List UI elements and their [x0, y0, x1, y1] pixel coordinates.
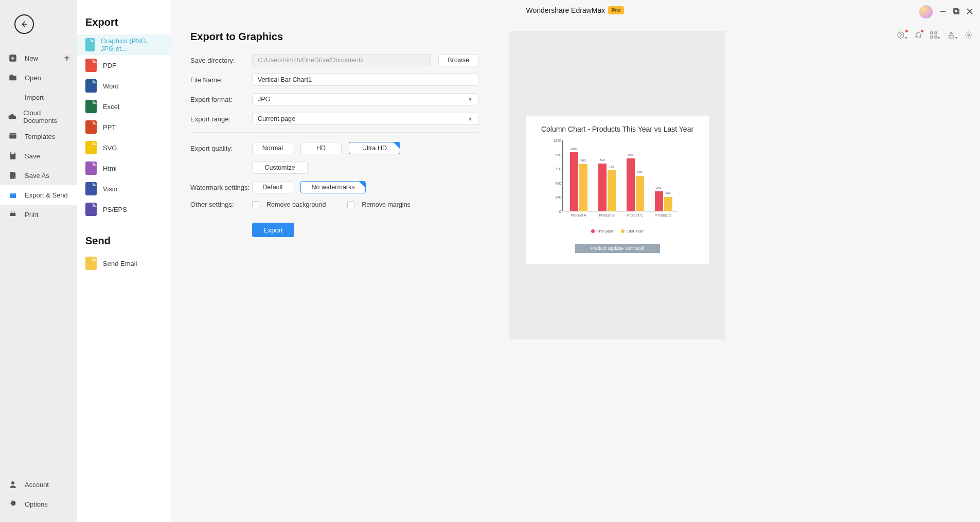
type-pdf-label: PDF	[103, 62, 116, 69]
range-select[interactable]: Current page ▼	[252, 113, 478, 125]
quality-hd-button[interactable]: HD	[300, 142, 342, 154]
maximize-button[interactable]	[953, 7, 959, 16]
nav-open[interactable]: Open	[0, 68, 77, 87]
file-name-input[interactable]	[252, 74, 478, 86]
type-email-label: Send Email	[103, 260, 137, 267]
nav-export-send[interactable]: Export & Send	[0, 185, 77, 205]
export-form: Export to Graphics Save directory: Brows…	[190, 31, 478, 339]
nav-templates-label: Templates	[25, 133, 55, 140]
ppt-file-icon	[85, 120, 97, 134]
send-heading: Send	[77, 229, 170, 253]
quality-label: Export quality:	[190, 145, 252, 152]
type-visio-label: Visio	[103, 185, 117, 193]
export-button[interactable]: Export	[252, 223, 294, 237]
nav-import-label: Import	[25, 94, 44, 101]
type-pseps[interactable]: PS/EPS	[77, 199, 170, 220]
nav-cloud-documents[interactable]: Cloud Documents	[0, 107, 77, 127]
type-send-email[interactable]: Send Email	[77, 253, 170, 274]
type-graphics-label: Graphics (PNG, JPG et...	[101, 37, 162, 52]
gear-icon	[7, 498, 19, 510]
avatar[interactable]	[919, 5, 933, 19]
minimize-button[interactable]	[940, 7, 946, 16]
quality-normal-button[interactable]: Normal	[252, 142, 293, 154]
chart-footer: Product Update- Unit Sold	[575, 244, 660, 253]
pdf-file-icon	[85, 59, 97, 72]
svg-rect-8	[954, 9, 958, 13]
app-title: Wondershare EdrawMax	[526, 6, 605, 14]
type-excel-label: Excel	[103, 103, 119, 111]
window-controls	[919, 5, 973, 19]
graphics-file-icon	[85, 38, 95, 51]
nav-account[interactable]: Account	[0, 475, 77, 494]
other-label: Other settings:	[190, 201, 252, 208]
nav-options[interactable]: Options	[0, 494, 77, 514]
cloud-icon	[7, 111, 17, 122]
nav-saveas-label: Save As	[25, 172, 49, 179]
export-types-panel: Export Graphics (PNG, JPG et... PDF Word…	[77, 0, 170, 522]
save-dir-label: Save directory:	[190, 57, 252, 64]
svg-rect-12	[935, 32, 937, 34]
nav-cloud-label: Cloud Documents	[23, 109, 70, 124]
plus-square-icon	[7, 52, 19, 64]
type-graphics[interactable]: Graphics (PNG, JPG et...	[77, 34, 170, 55]
main-area: Wondershare EdrawMax Pro ▾ ▾ ▾ Export to…	[170, 0, 980, 522]
type-excel[interactable]: Excel	[77, 96, 170, 117]
settings-button[interactable]	[965, 31, 973, 41]
range-value: Current page	[258, 115, 295, 122]
type-html[interactable]: Html	[77, 158, 170, 178]
word-file-icon	[85, 79, 97, 93]
quality-customize-button[interactable]: Customize	[252, 161, 308, 174]
help-button[interactable]: ▾	[897, 31, 907, 41]
visio-file-icon	[85, 182, 97, 195]
type-ppt[interactable]: PPT	[77, 117, 170, 137]
type-pdf[interactable]: PDF	[77, 55, 170, 76]
preview-document: Column Chart - Products This Year vs Las…	[526, 116, 709, 264]
remove-bg-label: Remove background	[266, 201, 326, 208]
format-label: Export format:	[190, 96, 252, 103]
bell-button[interactable]	[914, 31, 922, 41]
type-word[interactable]: Word	[77, 76, 170, 96]
nav-import[interactable]: Import	[0, 87, 77, 107]
type-visio[interactable]: Visio	[77, 178, 170, 199]
nav-save[interactable]: Save	[0, 146, 77, 166]
email-icon	[85, 257, 97, 270]
templates-icon	[7, 131, 19, 142]
svg-point-6	[11, 481, 14, 484]
nav-print-label: Print	[25, 211, 39, 219]
svg-rect-5	[11, 211, 14, 213]
remove-bg-checkbox[interactable]	[252, 201, 259, 208]
type-svg-label: SVG	[103, 144, 117, 152]
remove-margins-checkbox[interactable]	[347, 201, 354, 208]
nav-exportsend-label: Export & Send	[25, 191, 68, 199]
range-label: Export range:	[190, 115, 252, 123]
watermark-default-button[interactable]: Default	[252, 181, 293, 193]
nav-options-label: Options	[25, 500, 48, 508]
remove-margins-label: Remove margins	[362, 201, 410, 208]
nav-print[interactable]: Print	[0, 205, 77, 224]
quality-ultrahd-button[interactable]: Ultra HD	[349, 142, 400, 154]
folder-icon	[7, 72, 19, 83]
close-button[interactable]	[967, 7, 973, 16]
type-svg[interactable]: SVG	[77, 137, 170, 158]
arrow-left-icon	[20, 20, 29, 29]
format-select[interactable]: JPG ▼	[252, 93, 478, 105]
browse-button[interactable]: Browse	[438, 54, 478, 66]
svg-rect-9	[955, 10, 959, 14]
appearance-button[interactable]: ▾	[947, 31, 957, 41]
nav-save-as[interactable]: Save As	[0, 166, 77, 185]
chevron-down-icon: ▼	[468, 97, 473, 102]
save-dir-input[interactable]	[252, 54, 431, 66]
back-button[interactable]	[14, 14, 34, 34]
chart: 02404807209601200 Product A1000800Produc…	[564, 140, 678, 218]
print-icon	[7, 209, 19, 220]
svg-rect-13	[931, 36, 933, 38]
svg-file-icon	[85, 141, 97, 154]
nav-new[interactable]: New +	[0, 48, 77, 68]
watermark-none-button[interactable]: No watermarks	[300, 181, 366, 193]
save-as-icon	[7, 170, 19, 181]
nav-templates[interactable]: Templates	[0, 127, 77, 146]
type-pseps-label: PS/EPS	[103, 206, 127, 213]
svg-rect-1	[9, 133, 16, 139]
add-icon[interactable]: +	[64, 52, 70, 64]
apps-button[interactable]: ▾	[930, 31, 940, 41]
